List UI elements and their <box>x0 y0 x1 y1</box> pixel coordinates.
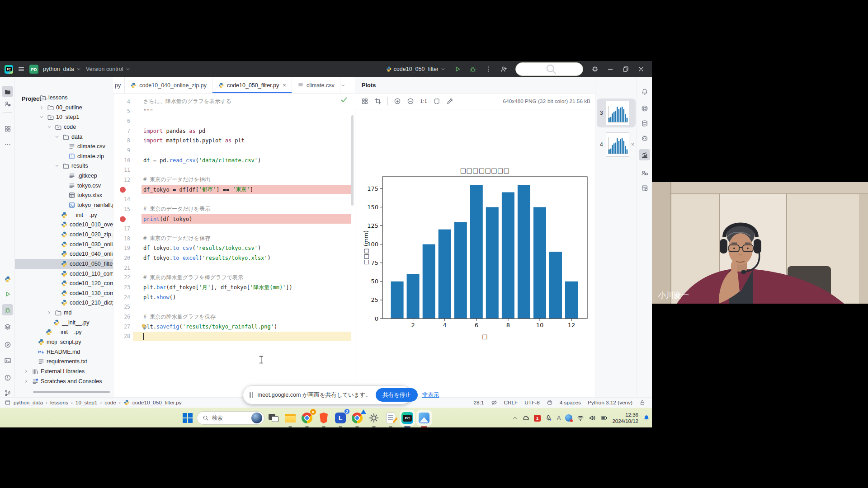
app-chrome-profile[interactable] <box>349 410 365 426</box>
tree-item-tokyo.xlsx[interactable]: tokyo.xlsx <box>15 191 113 201</box>
tool-strip-plots-chart[interactable] <box>639 149 650 160</box>
editor-tab-code10_050_filter.py[interactable]: code10_050_filter.py× <box>212 77 292 93</box>
tree-item-code[interactable]: code <box>15 122 113 132</box>
taskbar-clock[interactable]: 12:36 2024/10/12 <box>612 412 638 425</box>
project-selector[interactable]: python_data <box>43 66 81 72</box>
tool-strip-run[interactable] <box>2 288 13 300</box>
ime-indicator[interactable]: A <box>557 415 561 421</box>
tree-item-00_outline[interactable]: 00_outline <box>15 103 113 113</box>
tree-item-code10_130_compare.py[interactable]: code10_130_compare.py <box>15 288 113 298</box>
onedrive-icon[interactable] <box>522 414 529 422</box>
tree-item-code10_040_online_zip.py[interactable]: code10_040_online_zip.py <box>15 249 113 259</box>
breadcrumb-code[interactable]: code <box>104 399 116 406</box>
tree-item-code10_020_zip.py[interactable]: code10_020_zip.py <box>15 230 113 239</box>
search-everywhere-icon[interactable] <box>515 62 583 76</box>
project-horizontal-scrollbar[interactable] <box>33 391 110 393</box>
app-lineworks[interactable]: L 2 <box>333 410 348 426</box>
tool-strip-more[interactable] <box>2 139 13 150</box>
tree-item-10_step1[interactable]: 10_step1 <box>15 112 113 122</box>
tree-item-md[interactable]: md <box>15 308 113 318</box>
tree-item-code10_110_compare.py[interactable]: code10_110_compare.py <box>15 269 113 279</box>
tree-item-climate.csv[interactable]: climate.csv <box>15 141 113 151</box>
grid-view-icon[interactable] <box>361 98 368 105</box>
tree-item-code10_010_overview.py[interactable]: code10_010_overview.py <box>15 220 113 230</box>
thumbnail-close-icon[interactable]: × <box>631 141 634 148</box>
tool-strip-project-folder[interactable] <box>2 86 13 97</box>
tool-strip-bell[interactable] <box>639 86 650 97</box>
zoom-actual-size-button[interactable]: 1:1 <box>420 99 427 104</box>
battery-icon[interactable] <box>600 414 608 422</box>
tree-item-README.md[interactable]: README.md <box>15 347 113 357</box>
crop-icon[interactable] <box>374 98 382 105</box>
tool-strip-structure[interactable] <box>2 123 13 134</box>
task-view-button[interactable] <box>266 410 281 426</box>
breakpoint-icon[interactable] <box>120 216 126 222</box>
tool-strip-robot[interactable] <box>639 132 650 144</box>
notification-bell-icon[interactable] <box>643 414 650 422</box>
stop-sharing-button[interactable]: 共有を停止 <box>376 388 418 402</box>
indent-setting[interactable]: 4 spaces <box>560 399 581 406</box>
tool-strip-python[interactable] <box>2 273 13 285</box>
wifi-icon[interactable] <box>577 414 584 422</box>
chevron-down-icon[interactable] <box>53 163 61 169</box>
chevron-down-icon[interactable] <box>53 134 61 140</box>
drag-handle-icon[interactable] <box>250 392 253 398</box>
ai-status-icon[interactable] <box>547 399 553 406</box>
settings-gear-icon[interactable] <box>591 66 599 73</box>
intention-bulb-icon[interactable] <box>140 323 147 330</box>
run-configuration-selector[interactable]: code10_050_filter <box>386 66 446 72</box>
plot-thumbnail-4[interactable]: 4× <box>597 130 636 159</box>
tree-item-code10_210_dict_and.py[interactable]: code10_210_dict_and.py <box>15 298 113 308</box>
tree-item-moji_script.py[interactable]: moji_script.py <box>15 337 113 347</box>
tree-item-__init__.py[interactable]: __init__.py <box>15 210 113 220</box>
reader-mode-icon[interactable] <box>491 399 497 406</box>
taskbar-search-box[interactable]: 検索 <box>197 411 264 425</box>
tree-item-__init__.py[interactable]: __init__.py <box>15 328 113 338</box>
main-menu-icon[interactable] <box>18 66 25 73</box>
tree-item-Scratches and Consoles[interactable]: Scratches and Consoles <box>15 376 113 386</box>
tab-close-icon[interactable]: × <box>283 82 286 88</box>
tool-strip-terminal[interactable] <box>2 355 13 366</box>
minimize-button[interactable] <box>607 66 614 73</box>
selection-tool-icon[interactable] <box>433 98 440 105</box>
tree-item-__init__.py[interactable]: __init__.py <box>15 318 113 328</box>
chevron-right-icon[interactable] <box>46 310 53 315</box>
app-pycharm[interactable]: PC <box>400 410 415 426</box>
tree-item-results[interactable]: results <box>15 161 113 171</box>
tree-item-tokyo.csv[interactable]: tokyo.csv <box>15 181 113 191</box>
code-editor[interactable]: 4さらに、降水量のグラフを表示する5"""67import pandas as … <box>113 94 355 397</box>
tree-item-climate.zip[interactable]: climate.zip <box>15 151 113 161</box>
breakpoint-icon[interactable] <box>120 187 126 192</box>
tree-item-requirements.txt[interactable]: requirements.txt <box>15 357 113 366</box>
add-user-icon[interactable] <box>500 66 507 73</box>
lock-open-icon[interactable] <box>639 399 646 406</box>
hidden-tabs-icon[interactable] <box>340 83 346 88</box>
python-interpreter[interactable]: Python 3.12 (venv) <box>588 399 632 406</box>
editor-tab-py[interactable]: py <box>113 77 125 93</box>
app-file-explorer[interactable] <box>283 410 298 426</box>
run-button[interactable] <box>454 66 461 73</box>
debug-button[interactable] <box>469 66 476 73</box>
tool-strip-debug[interactable] <box>2 304 13 315</box>
tool-strip-ai-assistant[interactable] <box>639 103 650 114</box>
app-notepad[interactable] <box>383 410 398 426</box>
line-ending[interactable]: CRLF <box>504 399 518 406</box>
plot-thumbnail-3[interactable]: 3 <box>597 99 636 127</box>
chevron-right-icon[interactable] <box>23 379 30 384</box>
version-control-menu[interactable]: Version control <box>86 66 131 72</box>
inspections-ok-icon[interactable] <box>340 96 348 103</box>
chevron-right-icon[interactable] <box>23 369 30 374</box>
editor-tab-code10_040_online_zip.py[interactable]: code10_040_online_zip.py <box>125 77 212 93</box>
app-sphere-icon[interactable] <box>565 414 572 422</box>
close-button[interactable] <box>637 66 645 73</box>
tree-item-code10_120_compare.py[interactable]: code10_120_compare.py <box>15 278 113 288</box>
tree-item-External Libraries[interactable]: External Libraries <box>15 366 113 376</box>
caret-position[interactable]: 28:1 <box>474 399 484 406</box>
tool-strip-vcs-users[interactable] <box>2 98 13 109</box>
tree-item-tokyo_rainfall.png[interactable]: tokyo_rainfall.png <box>15 200 113 210</box>
tool-strip-layers[interactable] <box>2 321 13 332</box>
chevron-down-icon[interactable] <box>46 124 53 130</box>
zoom-out-icon[interactable] <box>407 98 414 105</box>
breadcrumb-code10_050_filter.py[interactable]: code10_050_filter.py <box>132 399 182 406</box>
tree-item-code10_050_filter.py[interactable]: code10_050_filter.py <box>15 259 113 269</box>
